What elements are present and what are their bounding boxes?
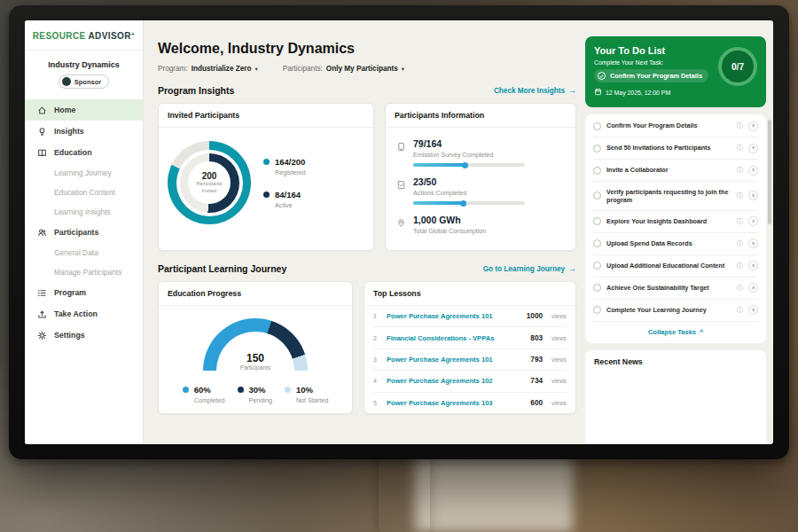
sidebar-item-take-action[interactable]: Take Action xyxy=(25,303,143,325)
info-icon[interactable]: ⓘ xyxy=(737,284,744,293)
sidebar-item-label: Insights xyxy=(54,127,84,136)
filter-bar: Program: Industrialize Zero ▾ Participan… xyxy=(158,65,576,73)
task-checkbox[interactable] xyxy=(593,167,601,175)
sidebar-item-home[interactable]: Home xyxy=(25,99,143,121)
education-progress-card: Education Progress 150 Participants xyxy=(158,281,353,414)
task-row[interactable]: Upload Additional Educational Content ⓘ … xyxy=(593,255,758,278)
task-row[interactable]: Invite a Collaborator ⓘ › xyxy=(593,160,758,182)
task-checkbox[interactable] xyxy=(593,145,601,153)
chevron-right-icon[interactable]: › xyxy=(748,239,758,248)
task-checkbox[interactable] xyxy=(593,192,601,200)
stat-label: Emission Survey Completed xyxy=(413,151,525,159)
chevron-right-icon[interactable]: › xyxy=(748,191,758,200)
task-row[interactable]: Confirm Your Program Details ⓘ › xyxy=(593,115,758,137)
info-icon[interactable]: ⓘ xyxy=(737,121,744,130)
check-more-insights-link[interactable]: Check More Insights → xyxy=(494,86,576,95)
lesson-rank: 3 xyxy=(373,356,379,363)
task-label: Complete Your Learning Journey xyxy=(606,306,732,314)
stat-value: 79/164 xyxy=(413,138,525,149)
legend-dot-navy xyxy=(263,192,270,198)
sidebar-item-settings[interactable]: Settings xyxy=(25,325,143,346)
chevron-right-icon[interactable]: › xyxy=(748,216,758,226)
sidebar-item-learning-insights[interactable]: Learning Insights xyxy=(25,202,143,222)
task-label: Achieve One Sustainability Target xyxy=(606,284,732,292)
lesson-link[interactable]: Financial Considerations - VPPAs xyxy=(387,334,523,342)
chevron-right-icon[interactable]: › xyxy=(748,144,758,153)
task-label: Explore Your Insights Dashboard xyxy=(606,217,732,225)
gauge-legend: 60% Completed 30% Pending xyxy=(183,385,329,404)
sidebar-item-general-data[interactable]: General Data xyxy=(25,243,143,262)
task-row[interactable]: Achieve One Sustainability Target ⓘ › xyxy=(593,278,758,300)
task-checkbox[interactable] xyxy=(593,284,601,292)
sidebar-item-program[interactable]: Program xyxy=(25,282,143,303)
sidebar-item-manage-participants[interactable]: Manage Participants xyxy=(25,262,143,282)
legend-dot-blue xyxy=(183,387,189,393)
chevron-right-icon[interactable]: › xyxy=(748,121,758,131)
info-icon[interactable]: ⓘ xyxy=(737,166,744,175)
task-checkbox[interactable] xyxy=(593,122,601,130)
scrollbar[interactable] xyxy=(768,120,771,224)
sponsor-icon xyxy=(62,77,71,86)
book-icon xyxy=(37,148,47,158)
task-row[interactable]: Explore Your Insights Dashboard ⓘ › xyxy=(593,211,758,233)
lesson-views-unit: views xyxy=(552,335,567,341)
sidebar-item-learning-journey[interactable]: Learning Journey xyxy=(25,163,143,183)
sponsor-badge-label: Sponsor xyxy=(74,78,101,86)
education-progress-gauge-chart: 150 Participants xyxy=(203,318,308,371)
todo-summary-card: Your To Do List Complete Your Next Task:… xyxy=(585,36,766,107)
emission-survey-progress-bar xyxy=(413,163,525,167)
todo-progress-ring: 0/7 xyxy=(718,47,757,86)
info-icon[interactable]: ⓘ xyxy=(737,217,744,226)
action-arrow-icon xyxy=(37,309,47,319)
card-title: Education Progress xyxy=(159,282,352,306)
lesson-views-unit: views xyxy=(552,313,567,319)
lesson-link[interactable]: Power Purchase Agreements 101 xyxy=(387,356,523,364)
info-icon[interactable]: ⓘ xyxy=(737,144,744,153)
task-row[interactable]: Complete Your Learning Journey ⓘ › xyxy=(593,300,758,322)
task-checkbox[interactable] xyxy=(593,239,601,247)
task-checkbox[interactable] xyxy=(593,262,601,270)
lesson-rank: 1 xyxy=(373,313,379,319)
info-icon[interactable]: ⓘ xyxy=(737,262,744,270)
stat-label: Actions Completed xyxy=(413,189,525,197)
sidebar-item-label: Education Content xyxy=(54,188,115,197)
task-label: Verify participants requesting to join t… xyxy=(606,188,732,205)
lesson-link[interactable]: Power Purchase Agreements 101 xyxy=(387,312,520,320)
task-checkbox[interactable] xyxy=(593,306,601,314)
sidebar-item-insights[interactable]: Insights xyxy=(25,121,143,142)
info-icon[interactable]: ⓘ xyxy=(737,239,744,248)
task-row[interactable]: Upload Spend Data Records ⓘ › xyxy=(593,233,758,255)
task-checkbox[interactable] xyxy=(593,217,601,225)
program-filter[interactable]: Program: Industrialize Zero ▾ xyxy=(158,65,258,73)
info-icon[interactable]: ⓘ xyxy=(737,306,744,315)
next-task-pill[interactable]: ✓ Confirm Your Program Details xyxy=(594,69,708,82)
sidebar-item-education[interactable]: Education xyxy=(25,142,143,163)
lesson-link[interactable]: Power Purchase Agreements 103 xyxy=(387,399,523,407)
chevron-up-icon: ^ xyxy=(700,329,703,335)
chevron-right-icon[interactable]: › xyxy=(748,305,758,315)
sponsor-badge[interactable]: Sponsor xyxy=(59,74,109,89)
next-task-label: Confirm Your Program Details xyxy=(610,72,702,80)
chevron-right-icon[interactable]: › xyxy=(748,283,758,293)
todo-panel: Your To Do List Complete Your Next Task:… xyxy=(585,20,773,444)
legend-dot-light xyxy=(285,387,291,393)
lesson-views-unit: views xyxy=(552,378,567,384)
legend-label: Not Started xyxy=(296,396,328,404)
go-to-learning-journey-link[interactable]: Go to Learning Journey → xyxy=(483,264,576,273)
task-row[interactable]: Verify participants requesting to join t… xyxy=(593,182,758,211)
task-row[interactable]: Send 50 Invitations to Participants ⓘ › xyxy=(593,137,758,160)
info-icon[interactable]: ⓘ xyxy=(737,192,744,200)
chevron-right-icon[interactable]: › xyxy=(748,261,758,270)
chevron-right-icon[interactable]: › xyxy=(748,166,758,176)
arrow-right-icon: → xyxy=(568,86,576,95)
top-lessons-card: Top Lessons 1 Power Purchase Agreements … xyxy=(364,281,576,414)
recent-news-title: Recent News xyxy=(594,357,643,366)
stat-value: 1,000 GWh xyxy=(413,215,486,225)
lesson-link[interactable]: Power Purchase Agreements 102 xyxy=(387,377,523,385)
desk-background: RESOURCE ADVISOR+ Industry Dynamics Spon… xyxy=(0,0,798,532)
participants-filter[interactable]: Participants: Only My Participants ▾ xyxy=(283,65,404,73)
sidebar-item-participants[interactable]: Participants xyxy=(25,222,143,243)
collapse-tasks-button[interactable]: Collapse Tasks ^ xyxy=(593,322,758,340)
sidebar-item-label: Program xyxy=(54,288,86,297)
sidebar-item-education-content[interactable]: Education Content xyxy=(25,183,143,202)
